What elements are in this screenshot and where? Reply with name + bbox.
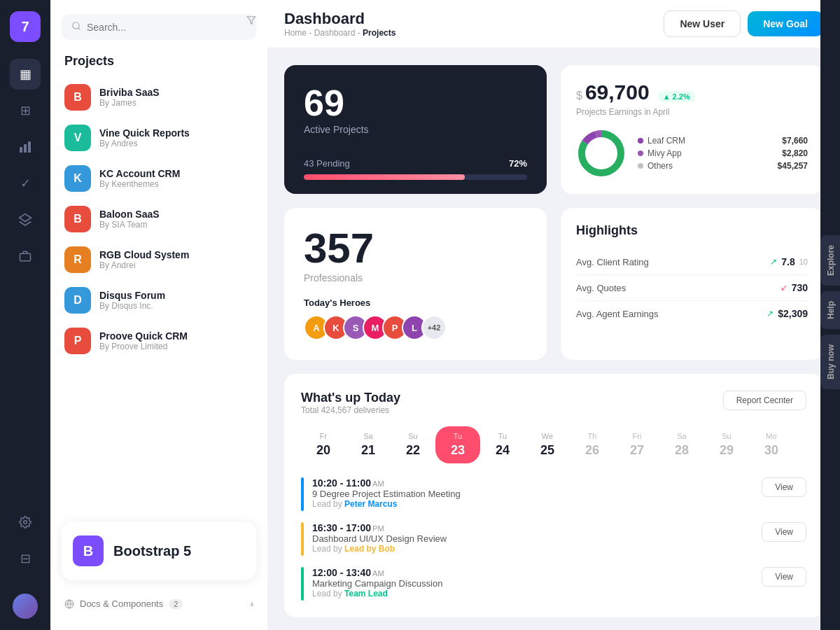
calendar-day[interactable]: We25 (525, 426, 570, 463)
professionals-number: 357 (304, 227, 527, 270)
legend-dot (638, 138, 643, 144)
project-by: By Andrei (99, 260, 189, 270)
filter-icon[interactable] (246, 15, 256, 28)
new-user-button[interactable]: New User (664, 10, 741, 37)
active-projects-label: Active Projects (304, 124, 527, 135)
left-navigation: 7 ▦ ⊞ ✓ ⊟ (0, 0, 50, 630)
calendar-day[interactable]: Su29 (704, 426, 749, 463)
nav-settings-icon[interactable] (10, 507, 41, 538)
highlight-row: Avg. Quotes ↙ 730 (576, 275, 808, 301)
project-item[interactable]: K KC Account CRM By Keenthemes (50, 158, 267, 199)
help-tab[interactable]: Help (820, 291, 840, 329)
project-info: Vine Quick Reports By Andres (99, 127, 190, 148)
project-info: RGB Cloud System By Andrei (99, 249, 189, 270)
svg-point-6 (73, 22, 79, 29)
calendar-day[interactable]: Th26 (570, 426, 615, 463)
arrow-down-icon: ↙ (780, 283, 788, 293)
day-number: 25 (540, 443, 554, 458)
nav-grid-icon[interactable]: ⊞ (10, 95, 41, 126)
highlights-rows: Avg. Client Rating ↗ 7.8 10 Avg. Quotes … (576, 249, 808, 326)
calendar-day[interactable]: Fr20 (301, 426, 346, 463)
nav-layers-icon[interactable] (10, 204, 41, 235)
nav-projects-icon[interactable]: ▦ (10, 59, 41, 90)
new-goal-button[interactable]: New Goal (748, 11, 823, 36)
nav-briefcase-icon[interactable] (10, 241, 41, 272)
calendar-day[interactable]: Tu24 (480, 426, 525, 463)
legend-name: Mivy App (648, 148, 682, 158)
calendar-day[interactable]: Sa28 (659, 426, 704, 463)
calendar-day[interactable]: Su22 (391, 426, 435, 463)
highlights-title: Highlights (576, 223, 808, 238)
arrow-up-icon: ↗ (766, 309, 774, 318)
calendar-day[interactable]: Fri27 (615, 426, 659, 463)
event-lead: Lead by Team Lead (312, 589, 442, 598)
dashboard-body: 69 Active Projects 43 Pending 72% $ 69,7… (267, 48, 840, 630)
project-item[interactable]: D Disqus Forum By Disqus Inc. (50, 280, 267, 321)
day-number: 26 (585, 443, 599, 458)
day-number: 21 (361, 443, 375, 458)
calendar-day[interactable]: Mo30 (749, 426, 794, 463)
project-item[interactable]: B Baloon SaaS By SIA Team (50, 199, 267, 239)
project-item[interactable]: B Briviba SaaS By James (50, 77, 267, 118)
project-logo: B (64, 206, 91, 232)
calendar-subtitle: Total 424,567 deliveries (301, 405, 400, 415)
legend-values: $7,660$2,820$45,257 (778, 136, 808, 171)
donut-legend: Leaf CRMMivy AppOthers (638, 136, 685, 171)
event-bar (301, 567, 304, 601)
project-info: Briviba SaaS By James (99, 87, 160, 108)
highlight-value: $2,309 (778, 308, 808, 319)
search-input[interactable] (87, 22, 246, 33)
day-number: 23 (451, 443, 465, 458)
project-item[interactable]: R RGB Cloud System By Andrei (50, 239, 267, 280)
breadcrumb-home[interactable]: Home (284, 28, 307, 38)
earnings-amount: 69,700 (585, 80, 650, 104)
event-view-button[interactable]: View (762, 477, 806, 497)
progress-fill (304, 174, 465, 180)
calendar-header: What's up Today Total 424,567 deliveries… (301, 391, 806, 415)
explore-tab[interactable]: Explore (820, 235, 840, 286)
sidebar-bottom[interactable]: Docs & Components 2 › (50, 592, 267, 616)
day-number: 20 (316, 443, 330, 458)
earnings-currency: $ (576, 90, 582, 102)
event-details: 12:00 - 13:40AM Marketing Campaign Discu… (312, 567, 442, 598)
event-lead-link[interactable]: Peter Marcus (344, 499, 397, 509)
event-lead-link[interactable]: Team Lead (344, 589, 388, 598)
day-name: Th (588, 432, 597, 440)
bootstrap-title: Bootstrap 5 (113, 543, 191, 559)
event-view-button[interactable]: View (762, 522, 806, 542)
event-view-button[interactable]: View (762, 567, 806, 587)
svg-rect-2 (28, 141, 31, 153)
nav-chart-icon[interactable] (10, 132, 41, 162)
event-item: 12:00 - 13:40AM Marketing Campaign Discu… (301, 567, 806, 601)
nav-avatar[interactable]: 7 (10, 11, 41, 42)
earnings-chart: Leaf CRMMivy AppOthers $7,660$2,820$45,2… (576, 128, 808, 178)
sidebar: Projects B Briviba SaaS By James V Vine … (50, 0, 267, 630)
breadcrumb-dashboard[interactable]: Dashboard (314, 28, 356, 38)
event-lead: Lead by Peter Marcus (312, 499, 461, 509)
earnings-badge: ▲ 2.2% (658, 91, 695, 102)
event-lead-link[interactable]: Lead by Bob (344, 544, 395, 554)
calendar-day[interactable]: Sa21 (346, 426, 391, 463)
search-bar[interactable] (62, 14, 256, 40)
project-item[interactable]: V Vine Quick Reports By Andres (50, 118, 267, 158)
day-name: Su (722, 432, 731, 440)
user-avatar[interactable] (13, 594, 38, 619)
event-time: 16:30 - 17:00PM (312, 522, 447, 533)
project-item[interactable]: P Proove Quick CRM By Proove Limited (50, 321, 267, 361)
earnings-subtitle: Projects Earnings in April (576, 107, 808, 117)
day-number: 22 (406, 443, 420, 458)
bootstrap-promo[interactable]: B Bootstrap 5 (62, 522, 256, 580)
day-number: 24 (496, 443, 510, 458)
docs-label: Docs & Components (80, 598, 163, 609)
calendar-day[interactable]: Tu23 (435, 426, 480, 463)
nav-check-icon[interactable]: ✓ (10, 168, 41, 199)
legend-item: Mivy App (638, 148, 685, 158)
report-center-button[interactable]: Report Cecnter (723, 391, 806, 410)
event-period: AM (372, 569, 384, 578)
nav-table-icon[interactable]: ⊟ (10, 543, 41, 574)
highlight-name: Avg. Agent Earnings (576, 309, 659, 319)
project-by: By Andres (99, 139, 190, 148)
buy-now-tab[interactable]: Buy now (820, 335, 840, 389)
docs-count: 2 (169, 599, 183, 609)
events-list: 10:20 - 11:00AM 9 Degree Project Estimat… (301, 477, 806, 601)
